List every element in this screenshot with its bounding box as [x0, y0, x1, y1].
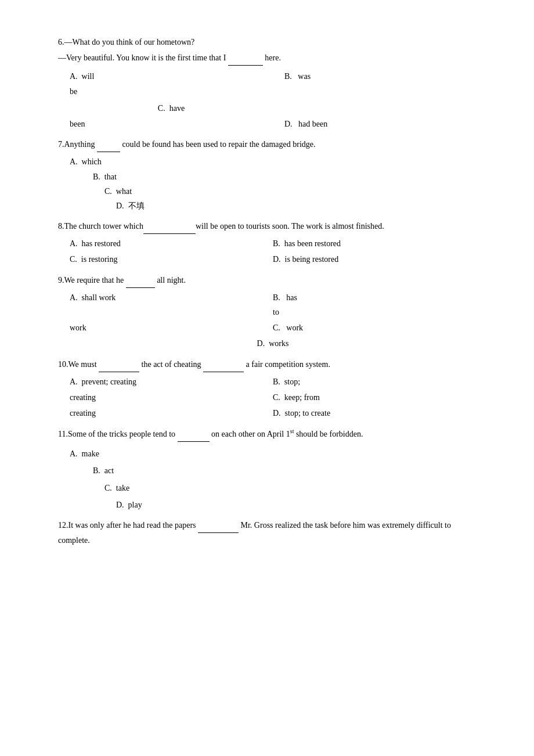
q11-blank [178, 427, 210, 442]
q10-blank2 [203, 357, 244, 372]
q10-optB-container: B. stop; [273, 375, 476, 389]
q10-blank1 [99, 357, 139, 372]
question-10: 10.We must the act of cheating a fair co… [58, 357, 476, 421]
q8-optB: B. has been restored [273, 236, 476, 251]
q10-optB-label: B. stop; [273, 377, 300, 386]
q6-optD: D. had been [284, 117, 476, 131]
q11-line1: 11.Some of the tricks people tend to on … [58, 426, 476, 442]
q7-optC: C. what [104, 184, 476, 199]
q8-optD: D. is being restored [273, 252, 476, 267]
q9-optC-container: work [70, 321, 273, 335]
q6-blank [228, 51, 263, 66]
q9-optD: D. works [257, 339, 289, 348]
q10-optC-line2: creating [70, 406, 273, 420]
q9-optC-label: C. work [273, 321, 476, 335]
q6-optC-line1: C. have [70, 101, 273, 116]
q6-optC-line2: been [70, 117, 261, 131]
q9-optA: A. shall work [70, 290, 273, 305]
q10-optB-line2: creating [70, 390, 273, 405]
the-word: the [165, 53, 175, 62]
q6-line1: 6.—What do you think of our hometown? [58, 35, 476, 49]
q11-optC: C. take [104, 481, 476, 495]
question-11: 11.Some of the tricks people tend to on … [58, 426, 476, 512]
q12-blank [198, 518, 239, 533]
q9-optC-line1: work [70, 321, 273, 335]
q10-optC: C. keep; from [273, 390, 476, 405]
q8-optC: C. is restoring [70, 252, 273, 267]
q6-optB: B. was [284, 69, 311, 84]
q7-blank [97, 137, 120, 152]
q7-optB: B. that [93, 170, 476, 184]
q7-optA: A. which [70, 154, 476, 169]
q7-optD: D. 不填 [116, 199, 476, 213]
q11-optD: D. play [116, 498, 476, 512]
question-9: 9.We require that he all night. A. shall… [58, 273, 476, 351]
q9-optB-container: B. has to [273, 290, 476, 319]
q7-line1: 7.Anything could be found has been used … [58, 137, 476, 152]
q6-optA-line2: be [70, 84, 261, 99]
q8-blank [143, 219, 196, 234]
q8-optA: A. has restored [70, 236, 273, 251]
q8-line1: 8.The church tower which will be open to… [58, 219, 476, 234]
q9-optB-line2: to [273, 305, 476, 319]
question-7: 7.Anything could be found has been used … [58, 137, 476, 213]
q11-optA: A. make [70, 447, 476, 461]
q9-line1: 9.We require that he all night. [58, 273, 476, 288]
q9-blank [126, 273, 155, 288]
question-8: 8.The church tower which will be open to… [58, 219, 476, 267]
q12-line1: 12.It was only after he had read the pap… [58, 518, 476, 548]
q10-line1: 10.We must the act of cheating a fair co… [58, 357, 476, 372]
q9-optB-line1: B. has [273, 290, 476, 305]
question-12: 12.It was only after he had read the pap… [58, 518, 476, 548]
exam-content: 6.—What do you think of our hometown? —V… [58, 35, 476, 548]
q10-optD: D. stop; to create [273, 406, 476, 420]
q10-optA: A. prevent; creating [70, 375, 273, 389]
question-6: 6.—What do you think of our hometown? —V… [58, 35, 476, 131]
q6-optA-line1: A. will [70, 69, 261, 84]
q6-line2: —Very beautiful. You know it is the firs… [58, 51, 476, 66]
q11-optB: B. act [93, 463, 476, 478]
